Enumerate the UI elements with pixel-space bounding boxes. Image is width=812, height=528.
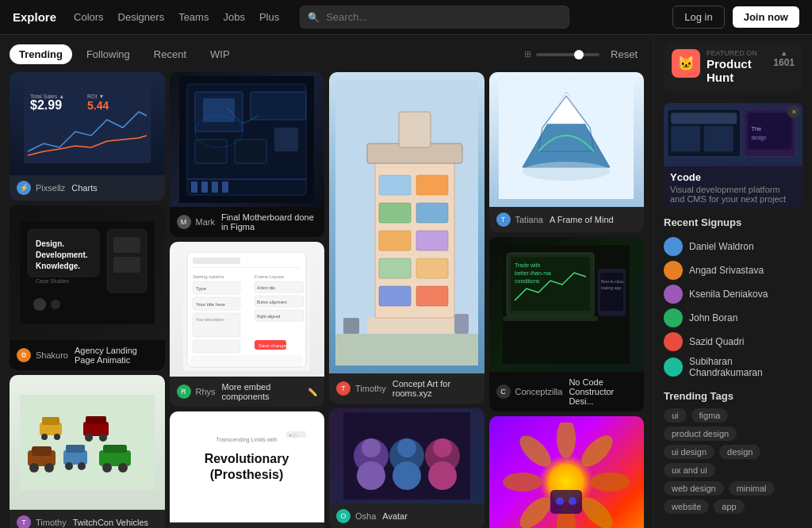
tags-row-1: ui figma [664, 408, 802, 423]
card-prosthesis[interactable]: Transcending Limits with Revolutionary (… [170, 411, 325, 528]
card-building[interactable]: T Timothy Concept Art for rooms.xyz [329, 72, 485, 404]
ph-cat-icon: 🐱 [677, 55, 695, 72]
sidebar: 🐱 FEATURED ON Product Hunt ▲ 1601 [653, 35, 812, 528]
tag-product-design[interactable]: product design [664, 427, 737, 441]
signup-item-5[interactable]: Subiharan Chandrakumaran [664, 354, 802, 381]
tag-ui[interactable]: ui [664, 408, 687, 423]
card-image-prosthesis: Transcending Limits with Revolutionary (… [170, 411, 325, 522]
svg-point-15 [51, 300, 60, 309]
svg-text:conditions: conditions [515, 278, 540, 284]
author-conceptzilla: Conceptzilla [515, 387, 563, 396]
svg-rect-85 [416, 203, 448, 223]
nav-logo[interactable]: Explore [13, 10, 56, 24]
card-embed[interactable]: Setting options Frame Layout Type Your t… [170, 242, 325, 407]
svg-rect-82 [379, 175, 411, 195]
signup-item-4[interactable]: Sazid Quadri [664, 330, 802, 354]
signup-item-2[interactable]: Ksenila Deniakova [664, 282, 802, 306]
svg-rect-41 [251, 92, 306, 120]
svg-text:5.44: 5.44 [87, 99, 109, 112]
tag-minimal[interactable]: minimal [729, 481, 775, 495]
tag-ui-design[interactable]: ui design [664, 445, 714, 459]
nav-jobs[interactable]: Jobs [223, 11, 244, 23]
svg-rect-42 [195, 140, 227, 163]
svg-rect-16 [20, 395, 155, 490]
tab-trending[interactable]: Trending [10, 44, 72, 64]
svg-text:ROI ▼: ROI ▼ [87, 94, 104, 99]
card-motherboard[interactable]: M Mark Final Motherboard done in Figma [170, 72, 325, 237]
card-charts[interactable]: Total Sales ▲ $2.99 ROI ▼ 5.44 ⚡ Pixsell… [10, 72, 165, 201]
svg-text:Revolutionary: Revolutionary [205, 452, 289, 465]
card-image-embed: Setting options Frame Layout Type Your t… [170, 242, 325, 377]
card-avatars[interactable]: O Osha Avatar [329, 408, 485, 528]
title-building: Concept Art for rooms.xyz [393, 379, 477, 398]
svg-text:Transcending Limits with: Transcending Limits with [216, 437, 278, 443]
tag-ux-ui[interactable]: ux and ui [664, 463, 715, 477]
ycode-info: Ycode Visual development platform and CM… [664, 166, 802, 209]
card-vehicles[interactable]: T Timothy TwitchCon Vehicles [10, 375, 165, 528]
svg-rect-47 [201, 182, 208, 193]
svg-text:Design.: Design. [36, 239, 64, 248]
search-input[interactable] [300, 6, 569, 29]
svg-rect-72 [191, 356, 302, 365]
svg-rect-140 [704, 126, 733, 151]
tag-figma[interactable]: figma [691, 408, 729, 423]
ui-mockup-svg: Setting options Frame Layout Type Your t… [183, 248, 310, 371]
signup-item-3[interactable]: John Boran [664, 306, 802, 330]
tab-wip[interactable]: WIP [201, 44, 239, 64]
card-info-mountain: T Tatiana A Frame of Mind [489, 207, 645, 232]
svg-point-135 [569, 497, 576, 505]
tag-web-design[interactable]: web design [664, 481, 724, 495]
card-purple[interactable] [489, 416, 645, 528]
signups-list: Daniel Waldron Angad Srivastava Ksenila … [664, 235, 802, 381]
svg-point-35 [85, 434, 93, 442]
svg-point-24 [78, 462, 86, 470]
slider-thumb [574, 50, 584, 59]
tag-website[interactable]: website [664, 499, 709, 514]
svg-rect-93 [399, 112, 431, 147]
svg-rect-54 [193, 267, 301, 268]
card-image-mountain [489, 72, 645, 207]
featured-block[interactable]: 🐱 FEATURED ON Product Hunt ▲ 1601 [664, 41, 802, 92]
ph-badge: 🐱 [672, 49, 700, 78]
card-info-building: T Timothy Concept Art for rooms.xyz [329, 373, 485, 404]
motherboard-svg [179, 76, 314, 203]
card-agency[interactable]: Design. Development. Knowledge. Case Stu… [10, 205, 165, 370]
nav-designers[interactable]: Designers [118, 11, 165, 23]
tag-app[interactable]: app [714, 499, 744, 514]
author-pixsellz: Pixsellz [36, 183, 65, 193]
svg-text:(Prosthesis): (Prosthesis) [210, 468, 283, 481]
signup-avatar-5 [664, 358, 683, 377]
card-info-avatars: O Osha Avatar [329, 503, 485, 528]
reset-button[interactable]: Reset [604, 45, 644, 63]
signup-item-0[interactable]: Daniel Waldron [664, 235, 802, 258]
card-mountain[interactable]: T Tatiana A Frame of Mind [489, 72, 645, 232]
title-motherboard: Final Motherboard done in Figma [221, 212, 317, 231]
signup-item-1[interactable]: Angad Srivastava [664, 258, 802, 282]
vehicles-svg [20, 395, 155, 490]
join-button[interactable]: Join now [733, 6, 799, 28]
tag-design[interactable]: design [719, 445, 760, 459]
avatar-pixsellz: ⚡ [17, 181, 31, 195]
svg-rect-40 [203, 98, 235, 122]
card-info-vehicles: T Timothy TwitchCon Vehicles [10, 510, 165, 528]
close-icon[interactable]: ✕ [787, 105, 800, 118]
card-trading[interactable]: Trade with better-than-ma conditions Bes… [489, 237, 645, 411]
svg-point-19 [29, 463, 39, 473]
tab-recent[interactable]: Recent [144, 44, 196, 64]
svg-rect-18 [32, 446, 52, 456]
svg-point-134 [556, 497, 564, 505]
svg-rect-48 [212, 182, 218, 193]
nav-teams[interactable]: Teams [178, 11, 209, 23]
tags-row-5: web design minimal [664, 481, 802, 495]
svg-rect-12 [113, 237, 140, 253]
column-slider[interactable] [536, 53, 599, 56]
author-timothy2: Timothy [36, 518, 67, 527]
nav-colors[interactable]: Colors [74, 11, 104, 23]
nav-plus[interactable]: Plus [259, 11, 279, 23]
avatar-conceptzilla: C [496, 385, 511, 399]
ycode-preview[interactable]: The design ✕ Ycode Visual development pl… [664, 103, 802, 209]
ycode-title: Ycode [670, 171, 796, 183]
login-button[interactable]: Log in [672, 6, 724, 29]
tab-following[interactable]: Following [77, 44, 140, 64]
svg-point-31 [41, 434, 48, 440]
